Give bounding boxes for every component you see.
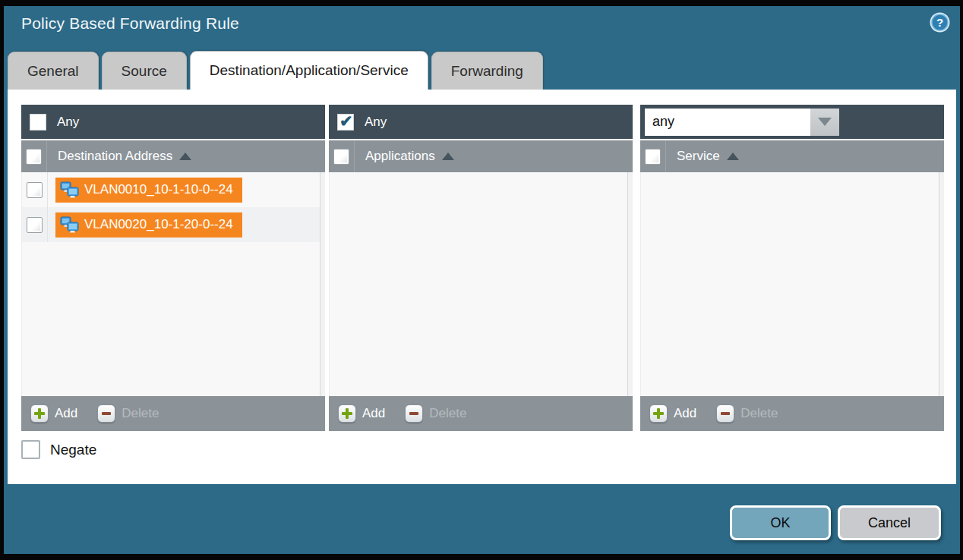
tab-general[interactable]: General bbox=[8, 52, 99, 90]
service-list bbox=[640, 172, 944, 396]
dialog-title: Policy Based Forwarding Rule bbox=[21, 14, 239, 33]
service-select-all-checkbox[interactable] bbox=[645, 149, 661, 165]
ok-button[interactable]: OK bbox=[730, 505, 831, 540]
applications-column: Any Applications Add Dele bbox=[329, 105, 633, 431]
chevron-down-icon bbox=[818, 118, 832, 126]
applications-footer-bar: Add Delete bbox=[329, 396, 633, 431]
table-row[interactable]: VLAN0010_10-1-10-0--24 bbox=[22, 172, 320, 207]
service-dropdown-button[interactable] bbox=[810, 109, 839, 136]
address-object-chip[interactable]: VLAN0010_10-1-10-0--24 bbox=[55, 178, 242, 203]
destination-any-bar: Any bbox=[21, 105, 325, 139]
destination-address-column-header[interactable]: Destination Address bbox=[58, 149, 191, 164]
network-address-icon bbox=[60, 216, 79, 233]
tab-forwarding[interactable]: Forwarding bbox=[431, 52, 543, 90]
applications-column-header[interactable]: Applications bbox=[365, 149, 454, 164]
svg-text:?: ? bbox=[936, 16, 943, 29]
negate-label: Negate bbox=[50, 442, 96, 458]
policy-based-forwarding-dialog: Policy Based Forwarding Rule ? General S… bbox=[4, 6, 960, 554]
sort-ascending-icon bbox=[179, 153, 191, 160]
minus-icon bbox=[97, 404, 115, 423]
applications-list bbox=[329, 172, 633, 396]
negate-checkbox[interactable] bbox=[21, 440, 40, 459]
scrollbar-track[interactable] bbox=[939, 172, 944, 396]
service-dropdown-bar: any bbox=[640, 105, 944, 139]
network-address-icon bbox=[60, 181, 79, 198]
service-header-row: Service bbox=[640, 140, 944, 172]
service-column: any Service Add bbox=[640, 105, 944, 431]
applications-select-all-checkbox[interactable] bbox=[333, 149, 349, 165]
destination-any-checkbox[interactable] bbox=[30, 114, 46, 131]
plus-icon bbox=[649, 404, 668, 423]
add-button[interactable]: Add bbox=[30, 404, 77, 423]
row-checkbox[interactable] bbox=[27, 217, 43, 233]
plus-icon bbox=[30, 404, 49, 423]
add-button[interactable]: Add bbox=[649, 404, 696, 423]
service-column-header[interactable]: Service bbox=[677, 149, 739, 164]
row-checkbox[interactable] bbox=[27, 182, 43, 198]
table-row[interactable]: VLAN0020_10-1-20-0--24 bbox=[22, 207, 320, 242]
applications-header-row: Applications bbox=[329, 140, 633, 172]
tab-destination-application-service[interactable]: Destination/Application/Service bbox=[190, 51, 428, 90]
applications-any-label: Any bbox=[365, 115, 387, 130]
delete-button[interactable]: Delete bbox=[716, 404, 778, 423]
address-object-label: VLAN0020_10-1-20-0--24 bbox=[84, 217, 233, 232]
negate-row: Negate bbox=[21, 440, 96, 459]
cancel-button[interactable]: Cancel bbox=[838, 505, 941, 540]
minus-icon bbox=[405, 404, 423, 423]
tab-source[interactable]: Source bbox=[102, 52, 187, 90]
destination-footer-bar: Add Delete bbox=[21, 396, 325, 431]
service-dropdown[interactable]: any bbox=[645, 109, 839, 136]
service-dropdown-value[interactable]: any bbox=[645, 109, 810, 136]
help-icon[interactable]: ? bbox=[929, 11, 951, 33]
scrollbar-track[interactable] bbox=[320, 172, 325, 396]
delete-button[interactable]: Delete bbox=[405, 404, 466, 423]
applications-any-checkbox[interactable] bbox=[337, 114, 354, 131]
tab-bar: General Source Destination/Application/S… bbox=[8, 52, 543, 90]
add-button[interactable]: Add bbox=[338, 404, 385, 423]
address-object-chip[interactable]: VLAN0020_10-1-20-0--24 bbox=[55, 212, 242, 238]
destination-address-list: VLAN0010_10-1-10-0--24 bbox=[21, 172, 325, 396]
sort-ascending-icon bbox=[442, 153, 454, 160]
service-footer-bar: Add Delete bbox=[640, 396, 944, 431]
address-object-label: VLAN0010_10-1-10-0--24 bbox=[84, 182, 233, 197]
destination-address-header-row: Destination Address bbox=[21, 140, 325, 172]
tab-content-panel: Any Destination Address bbox=[8, 90, 956, 484]
destination-address-column: Any Destination Address bbox=[21, 105, 325, 431]
scrollbar-track[interactable] bbox=[627, 172, 633, 396]
sort-ascending-icon bbox=[727, 153, 739, 160]
destination-select-all-checkbox[interactable] bbox=[26, 149, 42, 165]
applications-any-bar: Any bbox=[329, 105, 633, 139]
destination-any-label: Any bbox=[57, 115, 79, 130]
delete-button[interactable]: Delete bbox=[97, 404, 159, 423]
plus-icon bbox=[338, 404, 356, 423]
minus-icon bbox=[716, 404, 734, 423]
